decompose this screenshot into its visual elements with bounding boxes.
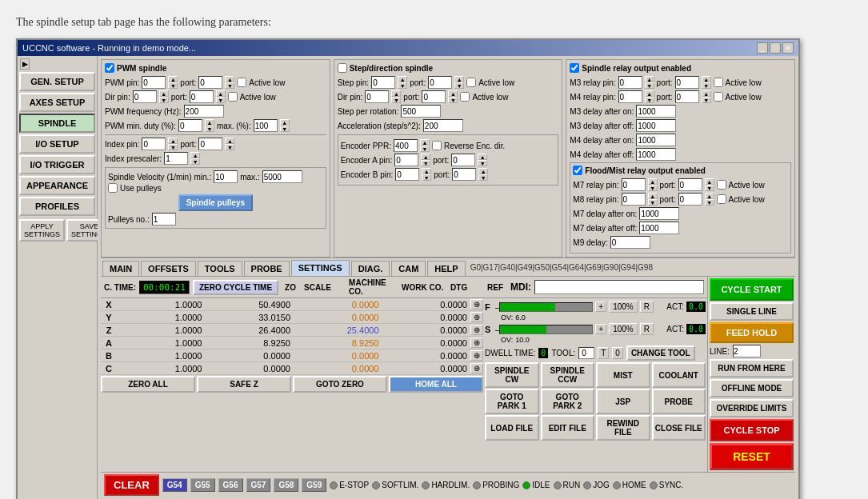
- index-pin-input[interactable]: [142, 138, 166, 150]
- feed-hold-btn[interactable]: FEED HOLD: [710, 322, 794, 343]
- speed-pct-btn[interactable]: 100%: [609, 323, 638, 335]
- m8-port-input[interactable]: [678, 193, 702, 206]
- clear-btn[interactable]: CLEAR: [104, 474, 159, 496]
- sd-dir-active-low-cb[interactable]: [460, 92, 470, 102]
- tool-input[interactable]: [578, 347, 594, 359]
- dir-port-up[interactable]: ▲: [216, 90, 226, 97]
- a-ref-btn[interactable]: ⊕: [470, 337, 483, 348]
- index-pin-down[interactable]: ▼: [168, 144, 178, 150]
- goto-zero-btn[interactable]: GOTO ZERO: [293, 376, 387, 393]
- m7-delay-on-input[interactable]: [639, 207, 679, 220]
- minimize-btn[interactable]: _: [757, 42, 768, 54]
- jsp-btn[interactable]: JSP: [596, 389, 650, 414]
- sidebar-item-appearance[interactable]: APPEARANCE: [19, 176, 95, 195]
- step-per-rot-input[interactable]: [401, 105, 441, 118]
- pwm-port-up[interactable]: ▲: [225, 76, 234, 82]
- m4-active-low-cb[interactable]: [714, 92, 723, 102]
- m7-input[interactable]: [622, 178, 646, 191]
- index-pin-up[interactable]: ▲: [168, 138, 178, 144]
- feed-r-btn[interactable]: R: [640, 301, 654, 313]
- probe-btn[interactable]: PROBE: [652, 389, 706, 414]
- dir-pin-down[interactable]: ▼: [159, 97, 169, 103]
- pwm-port-down[interactable]: ▼: [225, 82, 234, 89]
- speed-slider[interactable]: [499, 325, 593, 334]
- accel-input[interactable]: [423, 119, 463, 132]
- sidebar-item-profiles[interactable]: PROFILES: [19, 197, 95, 216]
- m7-active-low-cb[interactable]: [717, 180, 726, 190]
- step-port-input[interactable]: [428, 76, 452, 89]
- coolant-btn[interactable]: COOLANT: [652, 362, 706, 388]
- pwm-min-input[interactable]: [178, 119, 202, 132]
- m3-active-low-cb[interactable]: [714, 78, 723, 87]
- pwm-freq-input[interactable]: [184, 105, 224, 118]
- sd-dir-pin-input[interactable]: [365, 90, 389, 103]
- pwm-max-input[interactable]: [254, 119, 278, 132]
- m8-input[interactable]: [622, 193, 646, 206]
- pwm-pin-down[interactable]: ▼: [168, 82, 178, 89]
- index-port-down[interactable]: ▼: [225, 144, 234, 150]
- gcode-g55-btn[interactable]: G55: [190, 478, 215, 492]
- index-port-input[interactable]: [198, 138, 222, 150]
- pwm-min-down[interactable]: ▼: [205, 126, 214, 132]
- use-pulleys-cb[interactable]: [108, 183, 118, 193]
- m3-relay-input[interactable]: [618, 76, 642, 89]
- gcode-g54-btn[interactable]: G54: [162, 478, 187, 492]
- safe-z-btn[interactable]: SAFE Z: [197, 376, 291, 393]
- override-limits-btn[interactable]: OVERRIDE LIMITS: [710, 399, 794, 417]
- tab-main[interactable]: MAIN: [102, 261, 139, 276]
- mist-btn[interactable]: MIST: [596, 362, 650, 388]
- enc-b-input[interactable]: [395, 168, 419, 181]
- t-btn[interactable]: T: [598, 347, 609, 359]
- gcode-g58-btn[interactable]: G58: [274, 478, 298, 492]
- pwm-port-input[interactable]: [198, 76, 222, 89]
- sd-dir-port-input[interactable]: [422, 90, 446, 103]
- tab-probe[interactable]: PROBE: [244, 261, 290, 276]
- pwm-pin-input[interactable]: [142, 76, 166, 89]
- dir-port-down[interactable]: ▼: [216, 97, 226, 103]
- line-input[interactable]: 2: [733, 345, 761, 357]
- step-active-low-cb[interactable]: [466, 78, 476, 87]
- close-file-btn[interactable]: CLOSE FILE: [652, 415, 706, 441]
- zero-all-btn[interactable]: ZERO ALL: [101, 376, 195, 393]
- x-ref-btn[interactable]: ⊕: [470, 299, 483, 309]
- enc-a-port-input[interactable]: [451, 154, 475, 166]
- m3-delay-off-input[interactable]: [636, 119, 676, 132]
- tab-help[interactable]: HELP: [427, 261, 465, 276]
- edit-file-btn[interactable]: EDIT FILE: [541, 415, 595, 441]
- index-port-up[interactable]: ▲: [225, 138, 234, 144]
- y-ref-btn[interactable]: ⊕: [470, 312, 483, 322]
- velocity-max-input[interactable]: [262, 170, 302, 183]
- maximize-btn[interactable]: □: [770, 42, 781, 54]
- b-ref-btn[interactable]: ⊕: [470, 350, 483, 361]
- close-btn[interactable]: ✕: [782, 42, 794, 54]
- m4-relay-input[interactable]: [618, 90, 642, 103]
- sidebar-item-gen-setup[interactable]: GEN. SETUP: [19, 72, 95, 91]
- z-ref-btn[interactable]: ⊕: [470, 325, 483, 335]
- relay-checkbox[interactable]: [570, 63, 579, 73]
- m8-active-low-cb[interactable]: [717, 194, 726, 204]
- pwm-max-down[interactable]: ▼: [280, 126, 290, 132]
- m9-delay-input[interactable]: [610, 236, 650, 249]
- run-from-btn[interactable]: RUN FROM HERE: [710, 359, 794, 377]
- spindle-ccw-btn[interactable]: SPINDLE CCW: [541, 362, 595, 388]
- m7-delay-off-input[interactable]: [639, 222, 679, 234]
- step-pin-down[interactable]: ▼: [398, 82, 407, 89]
- feed-plus-btn[interactable]: +: [595, 301, 606, 312]
- dir-active-low-cb[interactable]: [228, 92, 238, 102]
- speed-plus-btn[interactable]: +: [595, 324, 606, 334]
- dir-pin-up[interactable]: ▲: [159, 90, 169, 97]
- spindle-cw-btn[interactable]: SPINDLE CW: [485, 362, 539, 388]
- mdi-input[interactable]: [534, 280, 704, 294]
- change-tool-btn[interactable]: CHANGE TOOL: [626, 345, 695, 361]
- tab-offsets[interactable]: OFFSETS: [141, 261, 196, 276]
- apply-settings-btn[interactable]: APPLY SETTINGS: [19, 219, 65, 242]
- cycle-start-btn[interactable]: CYCLE START: [710, 278, 794, 301]
- sidebar-item-io-trigger[interactable]: I/O TRIGGER: [19, 155, 95, 174]
- index-prescaler-input[interactable]: [164, 152, 188, 165]
- step-dir-checkbox[interactable]: [338, 63, 347, 73]
- load-file-btn[interactable]: LOAD FILE: [485, 415, 539, 441]
- o-btn[interactable]: 0: [612, 347, 623, 359]
- velocity-min-input[interactable]: [214, 170, 238, 183]
- index-prescaler-up[interactable]: ▲: [190, 152, 200, 158]
- sidebar-item-axes-setup[interactable]: AXES SETUP: [19, 93, 95, 112]
